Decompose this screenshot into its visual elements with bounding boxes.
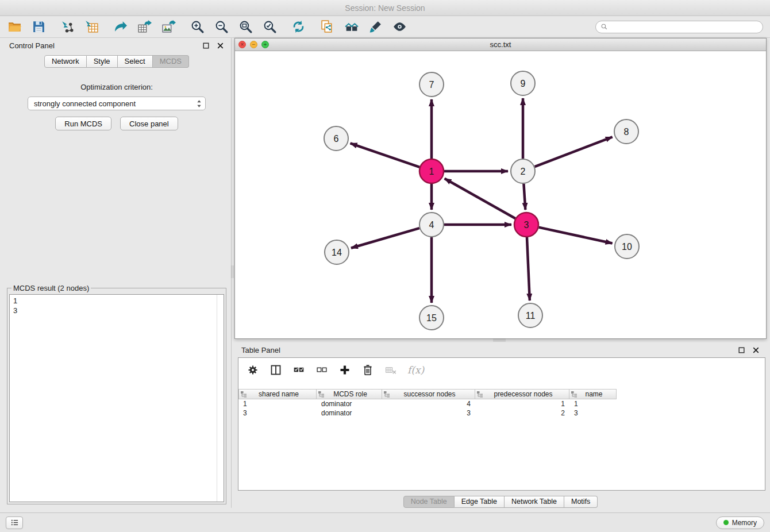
tab-node-table[interactable]: Node Table [403,496,455,508]
tab-style[interactable]: Style [87,55,118,68]
export-image-icon[interactable] [161,20,176,34]
svg-text:3: 3 [524,220,529,230]
toolbar-group [7,20,46,34]
minimize-window-icon[interactable]: − [250,41,257,48]
graph-node-15[interactable]: 15 [419,306,444,330]
refresh-icon[interactable] [291,20,306,34]
column-header-successor-nodes[interactable]: successor nodes [382,389,475,399]
zoom-window-icon[interactable]: + [261,41,269,48]
network-window-titlebar[interactable]: ×−+ scc.txt [235,38,766,51]
run-mcds-button[interactable]: Run MCDS [55,117,111,130]
table-row[interactable]: 1dominator411 [238,399,765,408]
open-session-icon[interactable] [7,20,22,34]
table-row[interactable]: 3dominator323 [238,408,765,418]
table-cell: 1 [475,399,569,408]
criterion-select[interactable]: strongly connected component [28,97,206,110]
graph-edge-2-8[interactable] [535,137,613,167]
graph-node-8[interactable]: 8 [614,119,638,144]
criterion-value: strongly connected component [34,99,136,108]
sort-icon [476,391,483,398]
window-title: Session: New Session [345,3,425,13]
delete-row-icon[interactable] [361,364,374,376]
close-panel-button[interactable]: Close panel [120,117,178,130]
control-panel: Control Panel NetworkStyleSelectMCDS Opt… [2,38,232,508]
select-all-icon[interactable] [292,364,305,376]
svg-text:10: 10 [622,242,632,252]
zoom-fit-icon[interactable] [238,20,253,34]
graph-edge-2-3[interactable] [523,184,525,210]
vertical-splitter-handle[interactable] [231,265,233,278]
mcds-result-list[interactable]: 13 [9,294,224,502]
graph-node-1[interactable]: 1 [419,159,444,183]
column-header-MCDS-role[interactable]: MCDS role [317,389,382,399]
tab-motifs[interactable]: Motifs [564,496,598,508]
zoom-in-icon[interactable] [190,20,205,34]
network-canvas[interactable]: 7968124314101511 [235,51,766,338]
export-table-icon[interactable] [137,20,152,34]
graph-node-7[interactable]: 7 [419,72,444,97]
share-document-icon[interactable] [319,20,334,34]
show-hide-icon[interactable] [392,20,407,34]
toolbar-group [190,20,277,34]
column-label: predecessor nodes [484,390,569,398]
graph-edge-1-6[interactable] [351,143,420,167]
deselect-all-icon[interactable] [315,364,328,376]
ndex-home-icon[interactable] [344,20,359,34]
svg-text:4: 4 [429,220,434,230]
graph-edge-3-10[interactable] [538,228,612,244]
control-panel-close-icon[interactable] [217,42,224,49]
graph-node-2[interactable]: 2 [511,159,535,183]
graph-node-14[interactable]: 14 [325,240,349,264]
graph-node-3[interactable]: 3 [514,213,538,237]
search-box[interactable] [595,21,763,33]
import-table-icon[interactable] [84,20,99,34]
add-row-icon[interactable] [338,364,351,376]
svg-text:11: 11 [526,311,536,321]
table-cell: 1 [569,399,617,408]
close-window-icon[interactable]: × [238,41,246,48]
table-cell: dominator [317,399,382,408]
apply-style-icon[interactable] [368,20,383,34]
tab-network-table[interactable]: Network Table [505,496,564,508]
graph-edge-3-11[interactable] [527,237,530,300]
control-panel-float-icon[interactable] [202,42,210,49]
search-input[interactable] [611,23,758,31]
gear-icon[interactable] [247,364,259,376]
save-session-icon[interactable] [31,20,46,34]
zoom-out-icon[interactable] [214,20,229,34]
graph-node-4[interactable]: 4 [419,213,444,237]
tab-network[interactable]: Network [44,55,87,68]
toolbar-icons [7,20,421,34]
table-panel-float-icon[interactable] [738,346,745,354]
tab-mcds[interactable]: MCDS [153,55,189,68]
graph-edge-3-1[interactable] [445,179,515,218]
network-window-title: scc.txt [235,40,766,49]
traffic-lights: ×−+ [238,41,269,48]
graph-node-9[interactable]: 9 [511,71,535,95]
graph-node-11[interactable]: 11 [518,303,542,327]
column-header-name[interactable]: name [569,389,617,399]
column-header-predecessor-nodes[interactable]: predecessor nodes [475,389,569,399]
tab-select[interactable]: Select [118,55,153,68]
table-cell: 1 [238,399,317,408]
memory-button[interactable]: Memory [716,516,764,529]
horizontal-splitter-handle[interactable] [493,339,506,341]
tab-edge-table[interactable]: Edge Table [455,496,505,508]
memory-status-dot [723,520,729,525]
columns-icon[interactable] [270,364,282,376]
optimization-label: Optimization criterion: [2,83,231,91]
import-network-icon[interactable] [60,20,75,34]
export-network-icon[interactable] [113,20,128,34]
list-icon [10,518,19,527]
table-box: f(x) shared nameMCDS rolesuccessor nodes… [238,357,765,491]
table-cell: 3 [569,408,617,418]
sort-icon [571,391,578,398]
zoom-selected-icon[interactable] [262,20,277,34]
table-toolbar: f(x) [238,358,765,382]
graph-node-10[interactable]: 10 [615,234,639,259]
graph-node-6[interactable]: 6 [324,126,348,151]
column-header-shared-name[interactable]: shared name [238,389,317,399]
graph-edge-4-14[interactable] [351,228,419,248]
table-panel-close-icon[interactable] [752,346,760,354]
panel-list-button[interactable] [6,516,23,529]
